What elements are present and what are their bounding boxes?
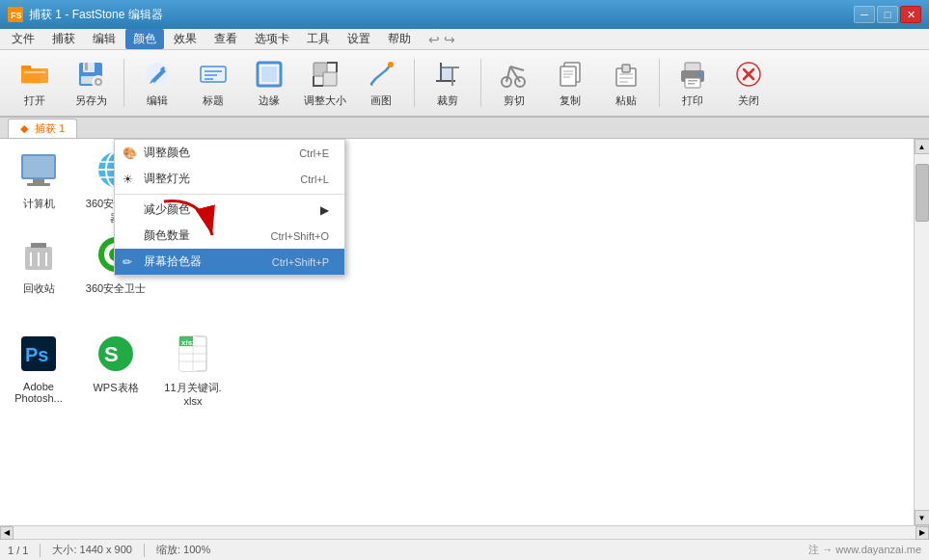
recycle-label: 回收站: [23, 281, 55, 296]
svg-rect-36: [560, 67, 576, 86]
red-arrow: [154, 192, 232, 253]
menu-edit[interactable]: 编辑: [85, 29, 123, 49]
desktop-icon-ps[interactable]: Ps AdobePhotosh...: [0, 323, 77, 414]
desktop-area: 计算机 S: [0, 139, 914, 525]
page-indicator: 1 / 1: [8, 545, 28, 556]
tag-button[interactable]: 标题: [186, 54, 240, 112]
menu-effects[interactable]: 效果: [166, 29, 205, 49]
tab-area: ◆ 捕获 1: [0, 118, 929, 139]
open-label: 打开: [24, 93, 45, 108]
tab-capture1[interactable]: ◆ 捕获 1: [8, 119, 77, 138]
svg-rect-49: [688, 83, 695, 85]
computer-label: 计算机: [23, 197, 55, 211]
crop-icon: [432, 59, 463, 90]
360-label: 360安全卫士: [86, 281, 146, 296]
svg-rect-4: [21, 68, 48, 83]
status-sep-2: [144, 544, 145, 557]
zoom-level: 缩放: 100%: [156, 543, 210, 557]
scroll-track-v[interactable]: [915, 154, 929, 510]
copy-icon: [555, 59, 586, 90]
toolbar-sep-2: [414, 59, 415, 107]
svg-text:S: S: [104, 342, 119, 366]
adjust-light-icon: ☀: [123, 173, 133, 186]
color-picker-icon: ✏: [123, 255, 132, 269]
menu-bar: 文件 捕获 编辑 颜色 效果 查看 选项卡 工具 设置 帮助 ↩ ↪: [0, 29, 929, 50]
menu-capture[interactable]: 捕获: [44, 29, 83, 49]
color-picker-item[interactable]: ✏ 屏幕拾色器 Ctrl+Shift+P: [115, 249, 344, 275]
cut-button[interactable]: 剪切: [487, 54, 541, 112]
svg-rect-23: [323, 72, 337, 86]
computer-icon: [15, 147, 62, 193]
title-bar: FS 捕获 1 - FastStone 编辑器 ─ □ ✕: [0, 0, 929, 29]
tag-label: 标题: [203, 93, 224, 108]
status-bar: 1 / 1 大小: 1440 x 900 缩放: 100% 注 → www.da…: [0, 539, 929, 560]
window-controls: ─ □ ✕: [854, 6, 921, 23]
scroll-right-arrow[interactable]: ▶: [915, 526, 929, 540]
crop-button[interactable]: 裁剪: [421, 54, 475, 112]
desktop-icon-computer[interactable]: 计算机: [0, 139, 77, 233]
resize-button[interactable]: 调整大小: [298, 54, 352, 112]
adjust-light-item[interactable]: ☀ 调整灯光 Ctrl+L: [115, 166, 344, 192]
window-title: 捕获 1 - FastStone 编辑器: [29, 7, 163, 23]
scroll-left-arrow[interactable]: ◀: [0, 526, 14, 540]
menu-file[interactable]: 文件: [4, 29, 42, 49]
scroll-up-arrow[interactable]: ▲: [915, 139, 930, 154]
close-tool-icon: [733, 59, 764, 90]
svg-rect-21: [261, 67, 277, 82]
minimize-button[interactable]: ─: [854, 6, 875, 23]
open-button[interactable]: 打开: [8, 54, 62, 112]
svg-point-13: [96, 80, 100, 84]
copy-button[interactable]: 复制: [543, 54, 597, 112]
svg-rect-29: [440, 67, 451, 80]
menu-tools[interactable]: 工具: [299, 29, 338, 49]
menu-color[interactable]: 颜色: [125, 29, 164, 49]
horizontal-scrollbar[interactable]: ◀ ▶: [0, 525, 929, 539]
scroll-down-arrow[interactable]: ▼: [915, 510, 930, 525]
menu-view[interactable]: 查看: [206, 29, 245, 49]
toolbar-sep-1: [123, 59, 124, 107]
app-icon: FS: [8, 7, 23, 22]
draw-button[interactable]: 画图: [354, 54, 408, 112]
border-label: 边缘: [259, 93, 280, 108]
resize-icon: [310, 59, 341, 90]
redo-button[interactable]: ↪: [444, 32, 455, 47]
undo-button[interactable]: ↩: [428, 32, 440, 47]
desktop-icon-wps[interactable]: S WPS表格: [77, 323, 154, 414]
save-as-icon: [75, 59, 106, 90]
scroll-thumb-v[interactable]: [915, 164, 929, 222]
svg-point-50: [697, 72, 701, 76]
tag-icon: [198, 59, 229, 90]
cut-label: 剪切: [504, 93, 525, 108]
close-window-button[interactable]: ✕: [900, 6, 921, 23]
save-as-label: 另存为: [75, 93, 107, 108]
recycle-icon: [15, 231, 62, 278]
edit-toolbar-button[interactable]: 编辑: [130, 54, 184, 112]
crop-label: 裁剪: [437, 93, 458, 108]
print-button[interactable]: 打印: [666, 54, 720, 112]
menu-tabs[interactable]: 选项卡: [247, 29, 297, 49]
menu-help[interactable]: 帮助: [380, 29, 419, 49]
wps-icon: S: [93, 331, 139, 377]
svg-text:xlsx: xlsx: [181, 338, 197, 347]
maximize-button[interactable]: □: [877, 6, 898, 23]
vertical-scrollbar[interactable]: ▲ ▼: [914, 139, 929, 525]
adjust-color-item[interactable]: 🎨 调整颜色 Ctrl+E: [115, 140, 344, 166]
svg-rect-48: [688, 80, 697, 82]
svg-rect-55: [23, 156, 54, 177]
menu-settings[interactable]: 设置: [340, 29, 378, 49]
save-as-button[interactable]: 另存为: [64, 54, 118, 112]
svg-text:Ps: Ps: [25, 344, 48, 365]
paste-button[interactable]: 粘贴: [599, 54, 653, 112]
svg-rect-56: [33, 179, 44, 183]
status-sep-1: [40, 544, 41, 557]
close-tool-button[interactable]: 关闭: [722, 54, 776, 112]
edit-label: 编辑: [147, 93, 168, 108]
desktop-icon-excel[interactable]: xlsx 11月关键词.xlsx: [154, 323, 232, 414]
border-button[interactable]: 边缘: [242, 54, 296, 112]
image-size: 大小: 1440 x 900: [52, 543, 132, 557]
scroll-track-h[interactable]: [14, 526, 915, 539]
cut-icon: [499, 59, 530, 90]
desktop-icon-recycle[interactable]: 回收站: [0, 224, 77, 304]
svg-rect-57: [27, 183, 50, 186]
ps-icon: Ps: [15, 331, 62, 377]
